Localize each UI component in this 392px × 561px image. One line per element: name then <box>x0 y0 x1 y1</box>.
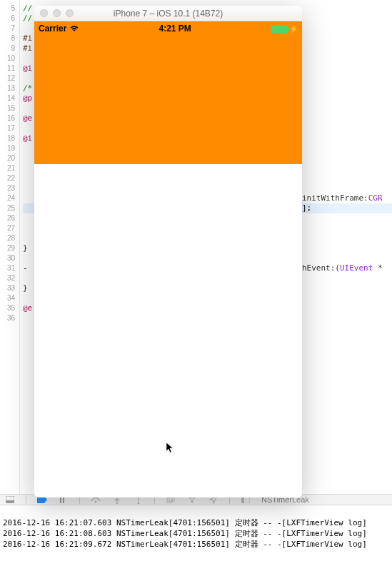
line-number: 17 <box>0 123 15 133</box>
close-light[interactable] <box>40 9 48 17</box>
line-number: 12 <box>0 74 15 84</box>
line-number: 30 <box>0 253 15 263</box>
line-number: 32 <box>0 273 15 283</box>
wifi-icon <box>69 25 79 32</box>
line-number: 8 <box>0 34 15 44</box>
code-tail: hEvent:(UIEvent * <box>302 263 383 273</box>
line-number: 16 <box>0 113 15 123</box>
battery-icon <box>271 25 288 33</box>
line-number: 34 <box>0 293 15 303</box>
line-number: 33 <box>0 283 15 293</box>
line-number: 18 <box>0 133 15 143</box>
orange-view[interactable] <box>34 36 302 164</box>
line-number: 19 <box>0 143 15 153</box>
clock-label: 4:21 PM <box>159 24 191 34</box>
simulator-title: iPhone 7 – iOS 10.1 (14B72) <box>34 9 302 19</box>
carrier-label: Carrier <box>39 24 66 34</box>
line-number: 5 <box>0 4 15 14</box>
line-number: 20 <box>0 153 15 163</box>
line-number: 11 <box>0 64 15 74</box>
charging-icon: ⚡ <box>289 25 298 33</box>
line-number: 7 <box>0 24 15 34</box>
mouse-cursor <box>166 443 175 454</box>
minimize-light[interactable] <box>53 9 61 17</box>
debug-console[interactable]: 2016-12-16 16:21:07.603 NSTimerLeak[4701… <box>0 505 392 561</box>
line-number: 29 <box>0 243 15 253</box>
zoom-light[interactable] <box>66 9 74 17</box>
line-number: 23 <box>0 183 15 193</box>
line-number: 36 <box>0 313 15 323</box>
line-number: 21 <box>0 163 15 173</box>
line-number: 10 <box>0 54 15 64</box>
ios-simulator-window[interactable]: iPhone 7 – iOS 10.1 (14B72) Carrier 4:21… <box>34 6 302 497</box>
device-screen[interactable]: Carrier 4:21 PM ⚡ <box>34 21 302 497</box>
line-number: 26 <box>0 213 15 223</box>
svg-point-4 <box>95 501 97 503</box>
line-number: 13 <box>0 84 15 94</box>
line-number: 28 <box>0 233 15 243</box>
line-number: 31 <box>0 263 15 273</box>
line-number: 6 <box>0 14 15 24</box>
line-number: 22 <box>0 173 15 183</box>
line-gutter: 5678910111213141516171819202122232425262… <box>0 0 20 505</box>
line-number: 25 <box>0 203 15 213</box>
line-number: 24 <box>0 193 15 203</box>
line-number: 14 <box>0 94 15 103</box>
line-number: 27 <box>0 223 15 233</box>
svg-rect-1 <box>6 500 14 503</box>
simulator-titlebar[interactable]: iPhone 7 – iOS 10.1 (14B72) <box>34 6 302 21</box>
window-controls <box>34 9 74 17</box>
line-number: 9 <box>0 44 15 54</box>
svg-point-6 <box>138 502 140 505</box>
panel-toggle-icon[interactable] <box>4 495 16 505</box>
code-tail: ]; <box>302 203 311 213</box>
ios-status-bar: Carrier 4:21 PM ⚡ <box>34 21 302 36</box>
separator <box>26 495 26 504</box>
line-number: 35 <box>0 303 15 313</box>
svg-point-5 <box>116 502 119 505</box>
code-tail: initWithFrame:CGR <box>302 193 383 203</box>
line-number: 15 <box>0 103 15 113</box>
